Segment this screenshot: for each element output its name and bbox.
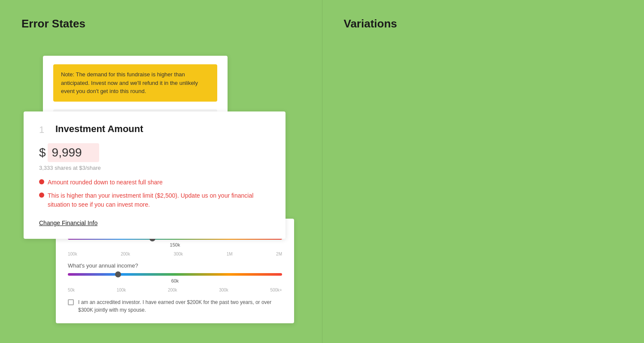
left-panel: Error States Note: The demand for this f… [0, 0, 322, 343]
income-label-300k: 300k [219, 288, 228, 292]
left-panel-title: Error States [21, 17, 301, 30]
net-worth-labels: 100k 200k 300k 1M 2M [68, 252, 282, 256]
income-label-500k: 500k+ [270, 288, 282, 292]
label-200k: 200k [121, 252, 130, 256]
error-item-2: This is higher than your investment limi… [39, 191, 270, 209]
error-dot-2 [39, 193, 44, 198]
income-label-100k: 100k [117, 288, 126, 292]
error-banner-text: Note: The demand for this fundraise is h… [61, 71, 198, 94]
income-slider-thumb[interactable] [115, 271, 121, 277]
income-label-50k: 50k [68, 288, 75, 292]
right-panel: Variations CLOSING IN 3 HRS 1 Investment… [322, 0, 644, 343]
shares-label: 3,333 shares at $3/share [39, 165, 270, 171]
change-financial-link[interactable]: Change Financial Info [39, 220, 97, 226]
income-slider-track [68, 273, 282, 276]
accredited-label: I am an accredited investor. I have earn… [78, 298, 282, 314]
amount-input[interactable] [48, 143, 99, 162]
right-panel-title: Variations [344, 17, 623, 30]
accredited-checkbox-row: I am an accredited investor. I have earn… [68, 298, 282, 314]
step-number: 1 [39, 124, 48, 135]
error-banner: Note: The demand for this fundraise is h… [53, 64, 217, 102]
dollar-sign: $ [39, 146, 46, 159]
net-worth-value-label: 150k [68, 242, 282, 247]
step-title: Investment Amount [55, 123, 143, 135]
label-2m: 2M [276, 252, 282, 256]
income-labels: 50k 100k 200k 300k 500k+ [68, 288, 282, 292]
error-dot-1 [39, 179, 44, 184]
label-100k: 100k [68, 252, 77, 256]
investment-card: 1 Investment Amount $ 3,333 shares at $3… [24, 111, 286, 239]
error-item-1: Amount rounded down to nearest full shar… [39, 178, 270, 187]
label-1m: 1M [227, 252, 233, 256]
error-text-1: Amount rounded down to nearest full shar… [48, 178, 163, 187]
income-question: What's your annual income? [68, 262, 282, 269]
income-label-200k: 200k [168, 288, 177, 292]
error-text-2: This is higher than your investment limi… [48, 191, 270, 209]
accredited-checkbox[interactable] [68, 299, 74, 305]
income-value-label: 60k [68, 278, 282, 283]
label-300k: 300k [173, 252, 183, 256]
